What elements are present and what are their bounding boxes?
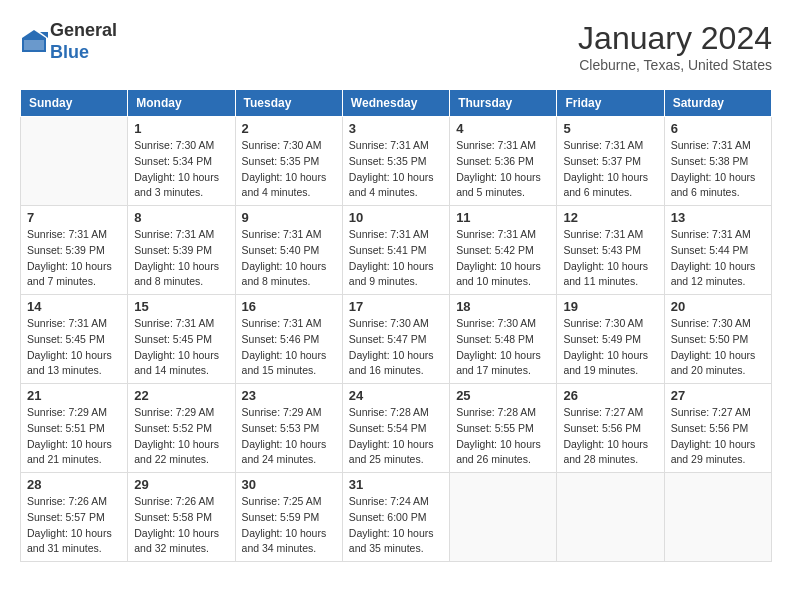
weekday-header-saturday: Saturday <box>664 90 771 117</box>
day-info: Sunrise: 7:31 AM Sunset: 5:46 PM Dayligh… <box>242 316 336 379</box>
day-cell: 17Sunrise: 7:30 AM Sunset: 5:47 PM Dayli… <box>342 295 449 384</box>
day-number: 13 <box>671 210 765 225</box>
day-info: Sunrise: 7:29 AM Sunset: 5:52 PM Dayligh… <box>134 405 228 468</box>
day-number: 23 <box>242 388 336 403</box>
weekday-header-row: SundayMondayTuesdayWednesdayThursdayFrid… <box>21 90 772 117</box>
weekday-header-tuesday: Tuesday <box>235 90 342 117</box>
logo: General Blue <box>20 20 117 63</box>
day-number: 24 <box>349 388 443 403</box>
day-number: 31 <box>349 477 443 492</box>
week-row-5: 28Sunrise: 7:26 AM Sunset: 5:57 PM Dayli… <box>21 473 772 562</box>
day-cell <box>557 473 664 562</box>
day-info: Sunrise: 7:27 AM Sunset: 5:56 PM Dayligh… <box>671 405 765 468</box>
logo-icon <box>20 28 48 56</box>
weekday-header-sunday: Sunday <box>21 90 128 117</box>
day-number: 3 <box>349 121 443 136</box>
day-cell: 26Sunrise: 7:27 AM Sunset: 5:56 PM Dayli… <box>557 384 664 473</box>
day-cell: 3Sunrise: 7:31 AM Sunset: 5:35 PM Daylig… <box>342 117 449 206</box>
day-cell: 5Sunrise: 7:31 AM Sunset: 5:37 PM Daylig… <box>557 117 664 206</box>
day-number: 5 <box>563 121 657 136</box>
day-info: Sunrise: 7:31 AM Sunset: 5:44 PM Dayligh… <box>671 227 765 290</box>
day-info: Sunrise: 7:31 AM Sunset: 5:38 PM Dayligh… <box>671 138 765 201</box>
day-cell: 25Sunrise: 7:28 AM Sunset: 5:55 PM Dayli… <box>450 384 557 473</box>
day-cell: 2Sunrise: 7:30 AM Sunset: 5:35 PM Daylig… <box>235 117 342 206</box>
day-info: Sunrise: 7:31 AM Sunset: 5:37 PM Dayligh… <box>563 138 657 201</box>
day-info: Sunrise: 7:30 AM Sunset: 5:50 PM Dayligh… <box>671 316 765 379</box>
day-number: 7 <box>27 210 121 225</box>
logo-general: General <box>50 20 117 40</box>
day-number: 6 <box>671 121 765 136</box>
day-number: 22 <box>134 388 228 403</box>
day-info: Sunrise: 7:28 AM Sunset: 5:54 PM Dayligh… <box>349 405 443 468</box>
day-info: Sunrise: 7:31 AM Sunset: 5:40 PM Dayligh… <box>242 227 336 290</box>
day-info: Sunrise: 7:31 AM Sunset: 5:36 PM Dayligh… <box>456 138 550 201</box>
day-cell: 8Sunrise: 7:31 AM Sunset: 5:39 PM Daylig… <box>128 206 235 295</box>
day-info: Sunrise: 7:31 AM Sunset: 5:35 PM Dayligh… <box>349 138 443 201</box>
day-cell: 7Sunrise: 7:31 AM Sunset: 5:39 PM Daylig… <box>21 206 128 295</box>
day-cell: 20Sunrise: 7:30 AM Sunset: 5:50 PM Dayli… <box>664 295 771 384</box>
day-info: Sunrise: 7:24 AM Sunset: 6:00 PM Dayligh… <box>349 494 443 557</box>
day-cell: 14Sunrise: 7:31 AM Sunset: 5:45 PM Dayli… <box>21 295 128 384</box>
week-row-1: 1Sunrise: 7:30 AM Sunset: 5:34 PM Daylig… <box>21 117 772 206</box>
week-row-3: 14Sunrise: 7:31 AM Sunset: 5:45 PM Dayli… <box>21 295 772 384</box>
day-cell: 15Sunrise: 7:31 AM Sunset: 5:45 PM Dayli… <box>128 295 235 384</box>
day-info: Sunrise: 7:29 AM Sunset: 5:51 PM Dayligh… <box>27 405 121 468</box>
day-cell: 27Sunrise: 7:27 AM Sunset: 5:56 PM Dayli… <box>664 384 771 473</box>
day-number: 21 <box>27 388 121 403</box>
day-cell <box>664 473 771 562</box>
day-info: Sunrise: 7:29 AM Sunset: 5:53 PM Dayligh… <box>242 405 336 468</box>
day-cell: 10Sunrise: 7:31 AM Sunset: 5:41 PM Dayli… <box>342 206 449 295</box>
week-row-2: 7Sunrise: 7:31 AM Sunset: 5:39 PM Daylig… <box>21 206 772 295</box>
title-area: January 2024 Cleburne, Texas, United Sta… <box>578 20 772 73</box>
day-cell <box>450 473 557 562</box>
day-cell: 31Sunrise: 7:24 AM Sunset: 6:00 PM Dayli… <box>342 473 449 562</box>
day-info: Sunrise: 7:30 AM Sunset: 5:35 PM Dayligh… <box>242 138 336 201</box>
day-number: 2 <box>242 121 336 136</box>
day-cell: 9Sunrise: 7:31 AM Sunset: 5:40 PM Daylig… <box>235 206 342 295</box>
day-number: 11 <box>456 210 550 225</box>
day-cell: 4Sunrise: 7:31 AM Sunset: 5:36 PM Daylig… <box>450 117 557 206</box>
day-number: 30 <box>242 477 336 492</box>
day-info: Sunrise: 7:30 AM Sunset: 5:34 PM Dayligh… <box>134 138 228 201</box>
day-info: Sunrise: 7:31 AM Sunset: 5:45 PM Dayligh… <box>134 316 228 379</box>
day-cell: 19Sunrise: 7:30 AM Sunset: 5:49 PM Dayli… <box>557 295 664 384</box>
day-number: 25 <box>456 388 550 403</box>
weekday-header-wednesday: Wednesday <box>342 90 449 117</box>
day-number: 1 <box>134 121 228 136</box>
day-cell: 22Sunrise: 7:29 AM Sunset: 5:52 PM Dayli… <box>128 384 235 473</box>
day-number: 14 <box>27 299 121 314</box>
day-number: 8 <box>134 210 228 225</box>
calendar: SundayMondayTuesdayWednesdayThursdayFrid… <box>20 89 772 562</box>
day-cell: 1Sunrise: 7:30 AM Sunset: 5:34 PM Daylig… <box>128 117 235 206</box>
day-info: Sunrise: 7:31 AM Sunset: 5:39 PM Dayligh… <box>134 227 228 290</box>
day-cell: 18Sunrise: 7:30 AM Sunset: 5:48 PM Dayli… <box>450 295 557 384</box>
day-info: Sunrise: 7:30 AM Sunset: 5:49 PM Dayligh… <box>563 316 657 379</box>
day-cell: 28Sunrise: 7:26 AM Sunset: 5:57 PM Dayli… <box>21 473 128 562</box>
day-number: 15 <box>134 299 228 314</box>
day-number: 29 <box>134 477 228 492</box>
day-info: Sunrise: 7:28 AM Sunset: 5:55 PM Dayligh… <box>456 405 550 468</box>
day-info: Sunrise: 7:31 AM Sunset: 5:39 PM Dayligh… <box>27 227 121 290</box>
svg-rect-2 <box>24 40 44 50</box>
day-number: 17 <box>349 299 443 314</box>
day-number: 19 <box>563 299 657 314</box>
day-cell: 29Sunrise: 7:26 AM Sunset: 5:58 PM Dayli… <box>128 473 235 562</box>
logo-blue: Blue <box>50 42 89 62</box>
day-info: Sunrise: 7:26 AM Sunset: 5:57 PM Dayligh… <box>27 494 121 557</box>
day-cell: 23Sunrise: 7:29 AM Sunset: 5:53 PM Dayli… <box>235 384 342 473</box>
location: Cleburne, Texas, United States <box>578 57 772 73</box>
day-number: 28 <box>27 477 121 492</box>
day-number: 27 <box>671 388 765 403</box>
day-number: 4 <box>456 121 550 136</box>
logo-text: General Blue <box>50 20 117 63</box>
page-header: General Blue January 2024 Cleburne, Texa… <box>20 20 772 73</box>
day-number: 18 <box>456 299 550 314</box>
day-info: Sunrise: 7:26 AM Sunset: 5:58 PM Dayligh… <box>134 494 228 557</box>
day-number: 12 <box>563 210 657 225</box>
week-row-4: 21Sunrise: 7:29 AM Sunset: 5:51 PM Dayli… <box>21 384 772 473</box>
day-info: Sunrise: 7:31 AM Sunset: 5:45 PM Dayligh… <box>27 316 121 379</box>
day-number: 10 <box>349 210 443 225</box>
day-info: Sunrise: 7:30 AM Sunset: 5:47 PM Dayligh… <box>349 316 443 379</box>
day-info: Sunrise: 7:31 AM Sunset: 5:41 PM Dayligh… <box>349 227 443 290</box>
day-cell: 13Sunrise: 7:31 AM Sunset: 5:44 PM Dayli… <box>664 206 771 295</box>
